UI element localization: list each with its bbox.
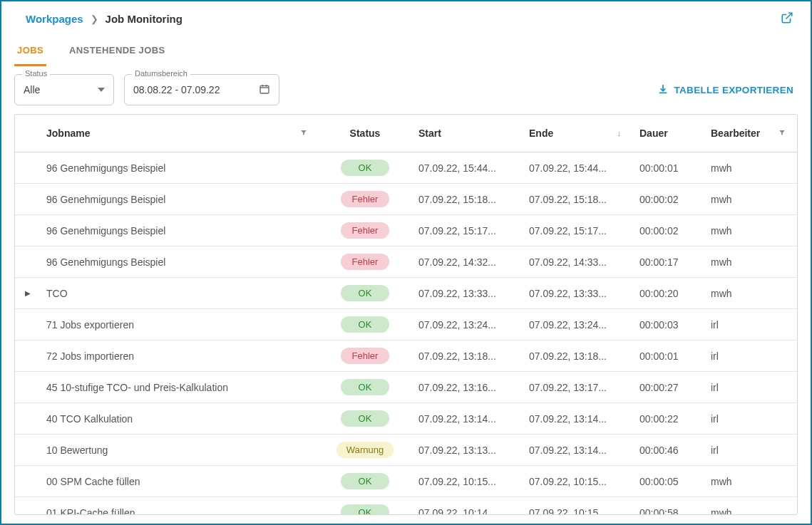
cell-start: 07.09.22, 13:16...: [411, 372, 522, 403]
status-badge: OK: [341, 410, 389, 427]
cell-start: 07.09.22, 13:14...: [411, 403, 522, 435]
cell-status: OK: [319, 309, 411, 341]
column-jobname[interactable]: Jobname: [41, 115, 319, 152]
expand-toggle: [15, 435, 41, 466]
header: Workpages ❯ Job Monitoring: [1, 1, 811, 33]
cell-status: OK: [319, 403, 411, 435]
cell-start: 07.09.22, 15:17...: [411, 215, 522, 246]
cell-jobname: 01 KPI-Cache füllen: [41, 497, 319, 516]
tabs: JOBS ANSTEHENDE JOBS: [1, 38, 811, 67]
cell-jobname: 10 Bewertung: [41, 435, 319, 466]
status-label: Status: [22, 69, 50, 78]
filter-icon[interactable]: [778, 129, 786, 137]
tab-jobs[interactable]: JOBS: [14, 38, 46, 66]
cell-user: mwh: [704, 152, 797, 184]
table-row[interactable]: 00 SPM Cache füllenOK07.09.22, 10:15...0…: [15, 466, 797, 497]
cell-end: 07.09.22, 14:33...: [522, 246, 632, 278]
expand-toggle[interactable]: ▶: [15, 278, 41, 309]
cell-status: OK: [319, 278, 411, 309]
breadcrumb: Workpages ❯ Job Monitoring: [26, 13, 183, 25]
cell-user: mwh: [704, 246, 797, 278]
status-badge: OK: [341, 160, 389, 176]
status-value: Alle: [24, 84, 57, 95]
cell-jobname: 96 Genehmigungs Beispiel: [41, 215, 319, 246]
cell-start: 07.09.22, 15:18...: [411, 184, 522, 215]
svg-line-0: [786, 13, 792, 19]
cell-end: 07.09.22, 13:33...: [522, 278, 632, 309]
cell-start: 07.09.22, 15:44...: [411, 152, 522, 184]
table-row[interactable]: 01 KPI-Cache füllenOK07.09.22, 10:14...0…: [15, 497, 797, 516]
cell-user: irl: [704, 341, 797, 372]
column-duration[interactable]: Dauer: [632, 115, 704, 152]
arrow-down-icon[interactable]: ↓: [617, 129, 622, 137]
cell-status: Fehler: [319, 341, 411, 372]
calendar-icon: [259, 83, 270, 97]
table-row[interactable]: 96 Genehmigungs BeispielOK07.09.22, 15:4…: [15, 152, 797, 184]
table-row[interactable]: 96 Genehmigungs BeispielFehler07.09.22, …: [15, 184, 797, 215]
table-row[interactable]: 72 Jobs importierenFehler07.09.22, 13:18…: [15, 341, 797, 372]
cell-duration: 00:00:46: [632, 435, 704, 466]
cell-end: 07.09.22, 13:17...: [522, 372, 632, 403]
table-row[interactable]: 10 BewertungWarnung07.09.22, 13:13...07.…: [15, 435, 797, 466]
cell-status: OK: [319, 152, 411, 184]
table-row[interactable]: 96 Genehmigungs BeispielFehler07.09.22, …: [15, 215, 797, 246]
cell-user: mwh: [704, 278, 797, 309]
filter-icon[interactable]: [300, 129, 307, 137]
column-start[interactable]: Start: [411, 115, 522, 152]
cell-jobname: 71 Jobs exportieren: [41, 309, 319, 341]
table-row[interactable]: 40 TCO KalkulationOK07.09.22, 13:14...07…: [15, 403, 797, 435]
status-badge: Fehler: [341, 222, 389, 239]
cell-jobname: 45 10-stufige TCO- und Preis-Kalkulation: [41, 372, 319, 403]
expand-toggle: [15, 497, 41, 516]
cell-user: mwh: [704, 184, 797, 215]
column-status[interactable]: Status: [319, 115, 411, 152]
cell-duration: 00:00:58: [632, 497, 704, 516]
column-user[interactable]: Bearbeiter: [704, 115, 797, 152]
cell-duration: 00:00:03: [632, 309, 704, 341]
tab-pending-jobs[interactable]: ANSTEHENDE JOBS: [66, 38, 168, 66]
expand-toggle: [15, 152, 41, 184]
svg-rect-1: [260, 85, 269, 93]
expand-toggle: [15, 246, 41, 278]
cell-end: 07.09.22, 15:44...: [522, 152, 632, 184]
expand-toggle: [15, 184, 41, 215]
column-user-label: Bearbeiter: [711, 128, 760, 139]
cell-jobname: 96 Genehmigungs Beispiel: [41, 152, 319, 184]
daterange-field[interactable]: Datumsbereich 08.08.22 - 07.09.22: [124, 74, 279, 105]
cell-start: 07.09.22, 13:13...: [411, 435, 522, 466]
table-row[interactable]: 71 Jobs exportierenOK07.09.22, 13:24...0…: [15, 309, 797, 341]
cell-end: 07.09.22, 13:14...: [522, 403, 632, 435]
table-row[interactable]: ▶TCOOK07.09.22, 13:33...07.09.22, 13:33.…: [15, 278, 797, 309]
breadcrumb-root-link[interactable]: Workpages: [26, 13, 83, 25]
cell-jobname: 00 SPM Cache füllen: [41, 466, 319, 497]
expand-toggle: [15, 215, 41, 246]
cell-user: irl: [704, 435, 797, 466]
status-badge: Warnung: [336, 442, 394, 458]
cell-user: mwh: [704, 215, 797, 246]
cell-jobname: 96 Genehmigungs Beispiel: [41, 246, 319, 278]
cell-duration: 00:00:01: [632, 152, 704, 184]
cell-start: 07.09.22, 10:14...: [411, 497, 522, 516]
column-expand: [15, 115, 41, 152]
expand-toggle: [15, 309, 41, 341]
column-end[interactable]: Ende ↓: [522, 115, 632, 152]
cell-status: OK: [319, 372, 411, 403]
column-jobname-label: Jobname: [46, 128, 90, 139]
cell-end: 07.09.22, 13:24...: [522, 309, 632, 341]
expand-toggle: [15, 341, 41, 372]
cell-user: mwh: [704, 497, 797, 516]
table-row[interactable]: 96 Genehmigungs BeispielFehler07.09.22, …: [15, 246, 797, 278]
cell-duration: 00:00:20: [632, 278, 704, 309]
cell-duration: 00:00:27: [632, 372, 704, 403]
cell-end: 07.09.22, 15:17...: [522, 215, 632, 246]
cell-jobname: 72 Jobs importieren: [41, 341, 319, 372]
cell-status: OK: [319, 466, 411, 497]
export-label: TABELLE EXPORTIEREN: [674, 85, 793, 95]
export-table-button[interactable]: TABELLE EXPORTIEREN: [653, 78, 798, 103]
cell-duration: 00:00:02: [632, 184, 704, 215]
open-external-icon[interactable]: [781, 11, 793, 26]
daterange-value: 08.08.22 - 07.09.22: [133, 84, 237, 95]
cell-jobname: TCO: [41, 278, 319, 309]
status-select[interactable]: Status Alle: [14, 74, 114, 105]
table-row[interactable]: 45 10-stufige TCO- und Preis-Kalkulation…: [15, 372, 797, 403]
